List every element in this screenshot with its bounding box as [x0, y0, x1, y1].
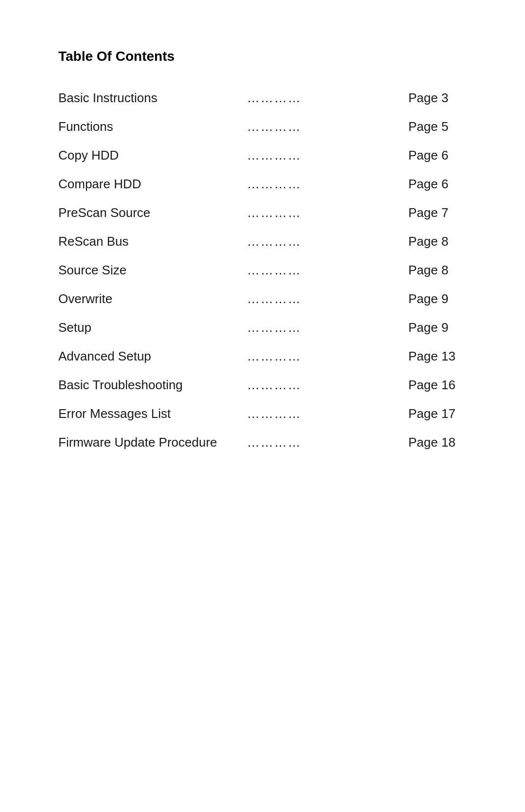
toc-item-page: Page 17: [408, 406, 467, 421]
toc-item-dots: …………: [247, 349, 404, 364]
toc-item: Copy HDD…………Page 6: [58, 141, 467, 170]
toc-list: Basic Instructions…………Page 3Functions…………: [58, 84, 467, 457]
toc-item-dots: …………: [247, 378, 404, 393]
toc-item: Functions…………Page 5: [58, 112, 467, 141]
toc-item-dots: …………: [247, 177, 404, 192]
toc-item-dots: …………: [247, 234, 404, 249]
toc-item: Error Messages List…………Page 17: [58, 399, 467, 428]
toc-item-page: Page 18: [408, 435, 467, 450]
toc-item: Firmware Update Procedure…………Page 18: [58, 428, 467, 457]
toc-item-label: Error Messages List: [58, 406, 243, 421]
toc-item-label: Basic Instructions: [58, 90, 243, 106]
toc-item-dots: …………: [247, 291, 404, 307]
toc-item: Basic Instructions…………Page 3: [58, 84, 467, 112]
toc-item-dots: …………: [247, 205, 404, 220]
toc-item-label: Setup: [58, 320, 243, 335]
toc-item-label: Overwrite: [58, 291, 243, 307]
toc-item: Advanced Setup…………Page 13: [58, 342, 467, 371]
toc-item: Compare HDD…………Page 6: [58, 170, 467, 198]
toc-item-page: Page 3: [408, 90, 467, 106]
toc-item-page: Page 6: [408, 148, 467, 163]
toc-item-label: Compare HDD: [58, 177, 243, 192]
toc-item: Basic Troubleshooting…………Page 16: [58, 371, 467, 399]
toc-item: Overwrite…………Page 9: [58, 285, 467, 313]
toc-item-dots: …………: [247, 119, 404, 134]
toc-item: Setup…………Page 9: [58, 313, 467, 342]
toc-item-dots: …………: [247, 263, 404, 278]
toc-item-dots: …………: [247, 148, 404, 163]
toc-item-page: Page 8: [408, 263, 467, 278]
toc-item-dots: …………: [247, 435, 404, 450]
page-title: Table Of Contents: [58, 49, 467, 64]
toc-item-label: PreScan Source: [58, 205, 243, 220]
toc-item-page: Page 9: [408, 291, 467, 307]
toc-item-dots: …………: [247, 320, 404, 335]
toc-item: Source Size…………Page 8: [58, 256, 467, 285]
toc-item-page: Page 16: [408, 378, 467, 393]
toc-item-page: Page 13: [408, 349, 467, 364]
toc-item-label: ReScan Bus: [58, 234, 243, 249]
toc-item-page: Page 6: [408, 177, 467, 192]
toc-item-page: Page 9: [408, 320, 467, 335]
toc-item-label: Advanced Setup: [58, 349, 243, 364]
toc-item-label: Source Size: [58, 263, 243, 278]
toc-item-label: Copy HDD: [58, 148, 243, 163]
toc-item-dots: …………: [247, 90, 404, 106]
toc-item-label: Functions: [58, 119, 243, 134]
toc-item-page: Page 5: [408, 119, 467, 134]
toc-item: PreScan Source…………Page 7: [58, 198, 467, 227]
toc-item-page: Page 8: [408, 234, 467, 249]
toc-item-label: Firmware Update Procedure: [58, 435, 243, 450]
toc-item-dots: …………: [247, 406, 404, 421]
toc-item: ReScan Bus…………Page 8: [58, 227, 467, 256]
toc-item-label: Basic Troubleshooting: [58, 378, 243, 393]
toc-item-page: Page 7: [408, 205, 467, 220]
